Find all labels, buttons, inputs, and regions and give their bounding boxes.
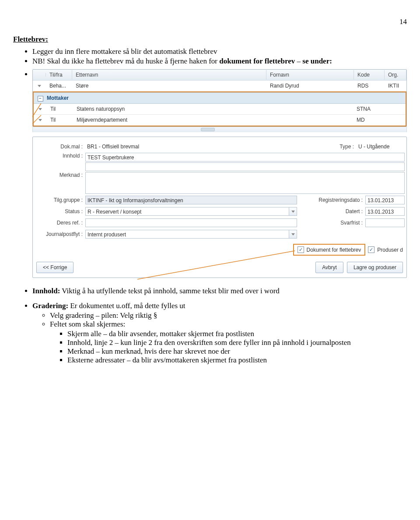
hdr-tilfra: Til/fra [46, 70, 72, 80]
bullet-innhold-label: Innhold: [32, 287, 60, 295]
dokmal-value: BR1 - Offisiell brevmal [85, 142, 288, 151]
row-til2-kode: MD [353, 115, 384, 125]
merknad-label: Merknad : [35, 172, 85, 178]
row-beha-etternavn: Støre [72, 81, 266, 91]
bullet-gradering-text: Er dokumentet u.off, må dette fylles ut [68, 302, 185, 310]
hdr-blank [33, 73, 46, 77]
tilggruppe-label: Tilg.gruppe : [35, 197, 85, 203]
minus-box-icon: − [38, 96, 43, 102]
row-til2-org [384, 118, 406, 122]
screenshot: Til/fra Etternavn Fornavn Kode Org. Beha… [32, 69, 407, 278]
flettebrev-highlight: Dokument for flettebrev [293, 244, 366, 256]
checkbox-row: Dokument for flettebrev Produser d [35, 240, 405, 259]
sq-skjerm-alle: Skjerm alle – da blir avsender, mottaker… [67, 330, 407, 338]
row-til-2[interactable]: Til Miljøverndepartement MD [34, 115, 406, 126]
sq-merknad: Merknad – kun merknad, hvis dere har skr… [67, 347, 407, 356]
hdr-org: Org. [385, 70, 406, 80]
mottaker-expand[interactable]: − [34, 95, 47, 102]
bullet-gradering-label: Gradering: [32, 302, 68, 310]
mottaker-highlight: − Mottaker Til Statens naturoppsyn STNA … [33, 91, 406, 126]
row-beha-dd[interactable] [33, 81, 46, 91]
row-til1-etternavn: Statens naturoppsyn [73, 104, 266, 114]
bullet-innhold: Innhold: Viktig å ha utfyllende tekst på… [32, 287, 407, 295]
tilggruppe-field[interactable]: IKTINF - Ikt og Informasjonsforvaltninge… [85, 196, 297, 204]
row-til1-dd[interactable] [34, 104, 47, 114]
bullet-2: NB! Skal du ikke ha flettebrev må du hus… [32, 57, 407, 66]
hdr-fornavn: Fornavn [266, 70, 354, 80]
row-mottaker[interactable]: − Mottaker [34, 92, 406, 104]
status-field[interactable]: R - Reservert / konsept [85, 207, 289, 216]
type-value: U - Utgående [357, 142, 405, 151]
datert-field[interactable]: 13.01.2013 [365, 207, 405, 216]
bullet-1: Legger du inn flere mottakere så blir de… [32, 47, 407, 56]
page-number: 14 [13, 18, 407, 26]
row-beha[interactable]: Beha... Støre Randi Dyrud RDS IKTII [33, 81, 406, 91]
sub-velg-gradering: Velg gradering – pilen: Velg riktig § [50, 311, 407, 320]
lagre-button[interactable]: Lagre og produser [347, 262, 403, 273]
produser-checkbox[interactable] [368, 246, 374, 253]
flettebrev-checkbox[interactable] [298, 246, 304, 253]
chevron-down-icon [38, 119, 42, 121]
sq-innhold-linje2: Innhold, linje 2 – kun linje 2 fra den o… [67, 338, 407, 347]
bullet-2-mid: – [295, 57, 302, 65]
svarfrist-field[interactable] [365, 218, 405, 227]
bullet-list-bottom: Innhold: Viktig å ha utfyllende tekst på… [13, 287, 407, 295]
bullet-gradering: Gradering: Er dokumentet u.off, må dette… [32, 302, 407, 365]
regdato-label: Registreringsdato : [306, 197, 365, 203]
innhold-field-2[interactable] [85, 162, 405, 171]
datert-label: Datert : [306, 208, 365, 214]
produser-label: Produser d [377, 247, 403, 253]
row-til2-tilfra: Til [47, 115, 73, 125]
bullet-list-top: Legger du inn flere mottakere så blir de… [13, 47, 407, 66]
chevron-down-icon [38, 108, 42, 110]
gradering-sublist: Velg gradering – pilen: Velg riktig § Fe… [32, 311, 407, 365]
table-header-row: Til/fra Etternavn Fornavn Kode Org. [33, 70, 406, 81]
mottaker-label: Mottaker [47, 95, 406, 101]
hdr-kode: Kode [354, 70, 385, 80]
row-til1-fornavn [266, 107, 353, 111]
bullet-innhold-text: Viktig å ha utfyllende tekst på innhold,… [60, 287, 279, 295]
section-title: Flettebrev: [13, 35, 407, 44]
avbryt-button[interactable]: Avbryt [315, 262, 343, 273]
bullet-2-pre: NB! Skal du ikke ha flettebrev må du hus… [32, 57, 219, 65]
screenshot-bullet: Til/fra Etternavn Fornavn Kode Org. Beha… [32, 69, 407, 278]
sq-eksterne: Eksterne adressater – da blir avs/mottak… [67, 356, 407, 365]
row-beha-org: IKTII [385, 81, 406, 91]
horizontal-scrollbar[interactable] [32, 127, 407, 132]
jpflyt-dropdown-button[interactable] [289, 230, 297, 239]
type-label: Type : [297, 144, 357, 150]
row-til1-kode: STNA [353, 104, 384, 114]
chevron-down-icon [38, 85, 41, 87]
hdr-etternavn: Etternavn [72, 70, 266, 80]
chevron-down-icon [291, 233, 295, 235]
skjermes-list: Skjerm alle – da blir avsender, mottaker… [50, 330, 407, 365]
flettebrev-label: Dokument for flettebrev [307, 247, 361, 253]
scroll-thumb[interactable] [201, 128, 215, 131]
bullet-2-bold2: se under: [302, 57, 332, 65]
sub-feltet: Feltet som skal skjermes: Skjerm alle – … [50, 320, 407, 365]
button-row: << Forrige Avbryt Lagre og produser [35, 259, 405, 276]
deresref-field[interactable] [85, 218, 297, 227]
row-til-1[interactable]: Til Statens naturoppsyn STNA [34, 104, 406, 115]
svarfrist-label: Svarfrist : [306, 220, 365, 226]
row-beha-tilfra: Beha... [46, 81, 72, 91]
bullet-2-bold1: dokument for flettebrev [219, 57, 295, 65]
bullet-list-gradering: Gradering: Er dokumentet u.off, må dette… [13, 302, 407, 365]
row-beha-kode: RDS [354, 81, 385, 91]
innhold-field-1[interactable]: TEST Superbrukere [85, 153, 405, 162]
row-til2-fornavn [266, 118, 353, 122]
dokmal-label: Dok.mal : [35, 144, 85, 150]
merknad-field[interactable] [85, 172, 405, 194]
row-beha-fornavn: Randi Dyrud [266, 81, 354, 91]
regdato-field[interactable]: 13.01.2013 [365, 196, 405, 204]
jpflyt-field[interactable]: Internt produsert [85, 230, 289, 239]
innhold-label: Innhold : [35, 153, 85, 159]
jpflyt-label: Journalpostflyt : [35, 231, 85, 237]
forrige-button[interactable]: << Forrige [36, 262, 74, 273]
deresref-label: Deres ref. : [35, 220, 85, 226]
row-til2-etternavn: Miljøverndepartement [73, 115, 266, 125]
status-dropdown-button[interactable] [289, 207, 297, 216]
bullet-screenshot-wrap: Til/fra Etternavn Fornavn Kode Org. Beha… [13, 69, 407, 278]
row-til2-dd[interactable] [34, 115, 47, 125]
form-area: Dok.mal : BR1 - Offisiell brevmal Type :… [32, 137, 407, 278]
